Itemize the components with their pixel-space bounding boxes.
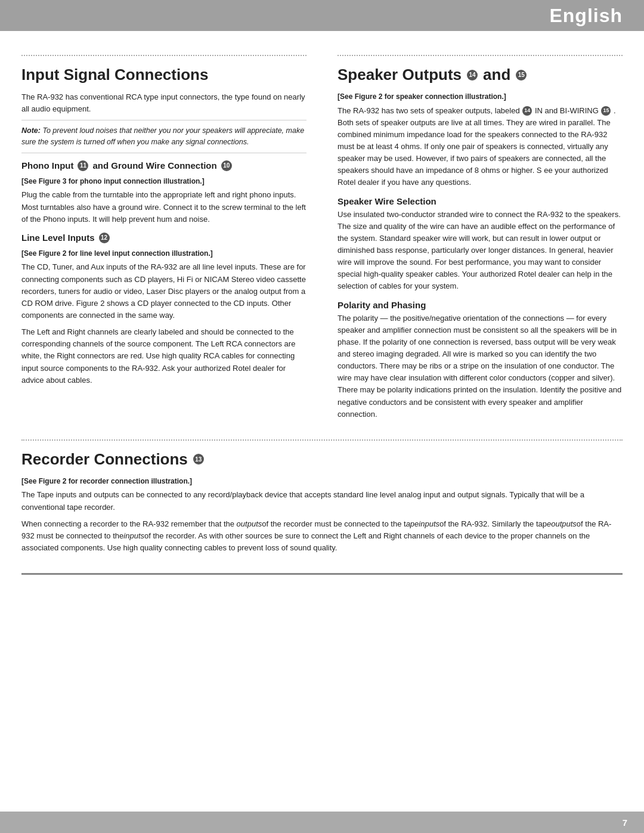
note-text: To prevent loud noises that neither you … <box>21 126 304 146</box>
badge-bi-inline: 15 <box>601 106 611 116</box>
badge-13: 13 <box>193 454 204 465</box>
line-level-body2: The Left and Right channels are clearly … <box>21 326 306 386</box>
polarity-heading: Polarity and Phasing <box>338 300 623 310</box>
recorder-body2: When connecting a recorder to the RA-932… <box>21 518 623 554</box>
header-bar: English <box>0 0 644 31</box>
polarity-body: The polarity — the positive/negative ori… <box>338 312 623 420</box>
left-column: Input Signal Connections The RA-932 has … <box>21 45 316 425</box>
wire-selection-heading: Speaker Wire Selection <box>338 196 623 206</box>
badge-11: 11 <box>78 160 88 171</box>
note-label: Note: <box>21 126 41 135</box>
note-paragraph: Note: To prevent loud noises that neithe… <box>21 125 306 148</box>
right-column: Speaker Outputs 14 and 15 [See Figure 2 … <box>335 45 623 425</box>
wire-body: Use insulated two-conductor stranded wir… <box>338 209 623 293</box>
phono-body: Plug the cable from the turntable into t… <box>21 189 306 225</box>
line-level-body1: The CD, Tuner, and Aux inputs of the RA-… <box>21 261 306 321</box>
badge-15-title: 15 <box>516 70 527 80</box>
speaker-body: The RA-932 has two sets of speaker outpu… <box>338 105 623 189</box>
top-two-col: Input Signal Connections The RA-932 has … <box>21 45 623 425</box>
badge-10: 10 <box>221 160 232 171</box>
phono-heading: Phono Input 11 and Ground Wire Connectio… <box>21 160 306 171</box>
page-number: 7 <box>623 817 627 828</box>
phono-see-figure: [See Figure 3 for phono input connection… <box>21 176 306 187</box>
input-intro: The RA-932 has conventional RCA type inp… <box>21 91 306 115</box>
footer: 7 <box>0 812 644 833</box>
recorder-body1: The Tape inputs and outputs can be conne… <box>21 489 623 513</box>
badge-12: 12 <box>99 233 110 243</box>
line-level-heading: Line Level Inputs 12 <box>21 233 306 243</box>
speaker-see-figure: [See Figure 2 for speaker connection ill… <box>338 91 623 103</box>
badge-14-title: 14 <box>467 70 478 80</box>
recorder-section: Recorder Connections 13 [See Figure 2 fo… <box>21 430 623 575</box>
recorder-see-figure: [See Figure 2 for recorder connection il… <box>21 476 623 487</box>
input-signal-heading: Input Signal Connections <box>21 66 306 84</box>
badge-14-inline: 14 <box>522 106 532 116</box>
speaker-outputs-heading: Speaker Outputs 14 and 15 <box>338 66 623 84</box>
line-level-see-figure: [See Figure 2 for line level input conne… <box>21 248 306 259</box>
main-content: Input Signal Connections The RA-932 has … <box>0 31 644 589</box>
recorder-heading: Recorder Connections 13 <box>21 450 623 469</box>
page-title: English <box>549 5 623 27</box>
